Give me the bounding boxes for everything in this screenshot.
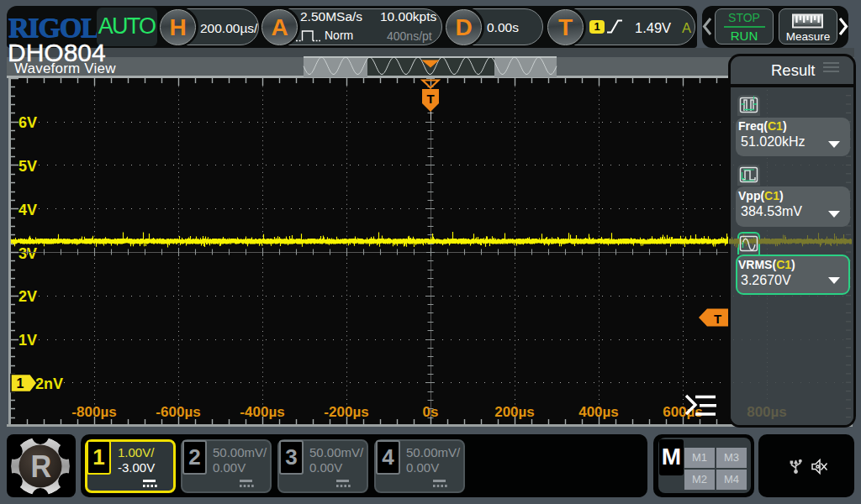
svg-text:R: R bbox=[31, 449, 52, 483]
